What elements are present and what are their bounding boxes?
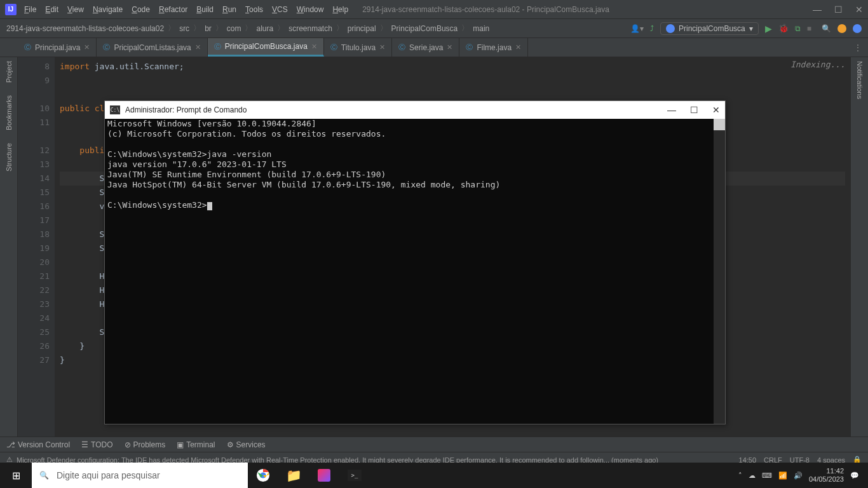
- crumb-1[interactable]: src: [179, 24, 189, 33]
- crumb-6[interactable]: principal: [348, 24, 376, 33]
- menu-window[interactable]: Window: [297, 5, 324, 14]
- ide-updates-icon[interactable]: [837, 24, 846, 33]
- crumb-3[interactable]: com: [227, 24, 241, 33]
- cmd-window[interactable]: C:\ Administrador: Prompt de Comando — ☐…: [104, 100, 726, 424]
- build-icon[interactable]: ⤴: [650, 24, 654, 33]
- crumb-8[interactable]: main: [473, 24, 489, 33]
- left-tool-stripe: ProjectBookmarksStructure: [0, 57, 18, 437]
- tray-onedrive-icon[interactable]: ☁: [749, 471, 756, 480]
- windows-taskbar: ⊞ 🔍 Digite aqui para pesquisar 📁 >_ ˄ ☁ …: [0, 463, 868, 488]
- tab-label: Principal.java: [35, 43, 80, 52]
- explorer-icon[interactable]: 📁: [278, 468, 309, 483]
- tab-serie[interactable]: ⒸSerie.java✕: [392, 38, 459, 57]
- cmd-body[interactable]: Microsoft Windows [versão 10.0.19044.284…: [105, 119, 725, 210]
- breadcrumbs[interactable]: 2914-java-screenmatch-listas-colecoes-au…: [6, 23, 489, 34]
- codewithme-icon[interactable]: [853, 24, 862, 33]
- stop-icon[interactable]: ■: [807, 24, 811, 33]
- taskbar-date: 04/05/2023: [809, 475, 844, 484]
- tool-services[interactable]: ⚙Services: [227, 440, 266, 449]
- menu-file[interactable]: File: [24, 5, 36, 14]
- right-tool-stripe: Notifications: [850, 57, 868, 437]
- minimize-icon[interactable]: —: [813, 4, 822, 15]
- tab-close-icon[interactable]: ✕: [84, 43, 90, 51]
- chrome-icon[interactable]: [248, 468, 278, 482]
- menu-refactor[interactable]: Refactor: [159, 5, 187, 14]
- class-icon: Ⓒ: [214, 42, 221, 51]
- crumb-2[interactable]: br: [205, 24, 212, 33]
- tab-pricipalcomlistas[interactable]: ⒸPricipalComListas.java✕: [97, 38, 207, 57]
- class-icon: Ⓒ: [103, 43, 110, 52]
- window-title: 2914-java-screenmatch-listas-colecoes-au…: [362, 5, 609, 14]
- tool-project[interactable]: Project: [5, 61, 13, 83]
- class-icon: Ⓒ: [24, 43, 31, 52]
- tab-label: PrincipalComBusca.java: [225, 42, 308, 51]
- maximize-icon[interactable]: ☐: [834, 4, 843, 15]
- tab-label: Filme.java: [477, 43, 512, 52]
- tab-close-icon[interactable]: ✕: [379, 43, 385, 51]
- tool-version-control[interactable]: ⎇Version Control: [6, 440, 70, 449]
- tab-close-icon[interactable]: ✕: [447, 43, 452, 51]
- menu-run[interactable]: Run: [222, 5, 236, 14]
- taskbar-search[interactable]: 🔍 Digite aqui para pesquisar: [32, 463, 248, 488]
- user-icon[interactable]: 👤▾: [630, 24, 644, 33]
- taskbar-clock[interactable]: 11:42 04/05/2023: [809, 467, 844, 484]
- cmd-task-icon[interactable]: >_: [339, 470, 370, 481]
- cmd-titlebar[interactable]: C:\ Administrador: Prompt de Comando — ☐…: [105, 101, 725, 119]
- tool-bookmarks[interactable]: Bookmarks: [5, 95, 13, 130]
- tool-structure[interactable]: Structure: [5, 143, 13, 172]
- tab-titulo[interactable]: ⒸTitulo.java✕: [324, 38, 392, 57]
- crumb-7[interactable]: PrincipalComBusca: [391, 24, 458, 33]
- notifications-tool[interactable]: Notifications: [856, 61, 864, 99]
- menu-navigate[interactable]: Navigate: [93, 5, 123, 14]
- cmd-maximize-icon[interactable]: ☐: [690, 105, 698, 115]
- start-button[interactable]: ⊞: [0, 463, 32, 488]
- cmd-scrollbar[interactable]: [714, 119, 725, 424]
- menu-code[interactable]: Code: [132, 5, 150, 14]
- breadcrumb-bar: 2914-java-screenmatch-listas-colecoes-au…: [0, 19, 868, 38]
- tray-notifications-icon[interactable]: 💬: [850, 471, 859, 480]
- coverage-icon[interactable]: ⧉: [795, 24, 801, 33]
- search-placeholder: Digite aqui para pesquisar: [57, 470, 160, 480]
- tool-problems[interactable]: ⊘Problems: [125, 440, 166, 449]
- menu-vcs[interactable]: VCS: [272, 5, 288, 14]
- menu-help[interactable]: Help: [332, 5, 348, 14]
- taskbar-time: 11:42: [809, 467, 844, 475]
- tab-label: Titulo.java: [341, 43, 376, 52]
- crumb-4[interactable]: alura: [256, 24, 273, 33]
- tab-close-icon[interactable]: ✕: [515, 43, 521, 51]
- class-icon: [666, 24, 675, 33]
- search-icon[interactable]: 🔍: [822, 24, 831, 33]
- close-icon[interactable]: ✕: [855, 4, 863, 15]
- run-config-select[interactable]: PrincipalComBusca ▾: [660, 22, 759, 35]
- editor-tabs: ⒸPrincipal.java✕ⒸPricipalComListas.java✕…: [0, 38, 868, 57]
- tab-principal[interactable]: ⒸPrincipal.java✕: [18, 38, 97, 57]
- bottom-tool-bar: ⎇Version Control☰TODO⊘Problems▣Terminal⚙…: [0, 437, 868, 452]
- tabs-overflow-icon[interactable]: ⋮: [848, 38, 868, 57]
- run-config-label: PrincipalComBusca: [679, 24, 745, 33]
- tab-close-icon[interactable]: ✕: [311, 43, 317, 51]
- menu-tools[interactable]: Tools: [245, 5, 263, 14]
- cmd-scroll-thumb[interactable]: [714, 119, 725, 130]
- tab-filme[interactable]: ⒸFilme.java✕: [459, 38, 528, 57]
- intellij-task-icon[interactable]: [309, 469, 339, 482]
- menu-edit[interactable]: Edit: [45, 5, 58, 14]
- menu-build[interactable]: Build: [196, 5, 214, 14]
- cmd-title-text: Administrador: Prompt de Comando: [125, 105, 247, 114]
- crumb-0[interactable]: 2914-java-screenmatch-listas-colecoes-au…: [6, 24, 164, 33]
- tool-terminal[interactable]: ▣Terminal: [177, 440, 215, 449]
- tray-volume-icon[interactable]: 🔊: [794, 471, 803, 480]
- tray-chevron-icon[interactable]: ˄: [738, 471, 742, 480]
- cmd-close-icon[interactable]: ✕: [712, 105, 720, 115]
- cmd-icon: C:\: [110, 105, 120, 114]
- crumb-5[interactable]: screenmatch: [288, 24, 332, 33]
- tray-wifi-icon[interactable]: 📶: [778, 471, 787, 480]
- tab-principalcombusca[interactable]: ⒸPrincipalComBusca.java✕: [208, 38, 324, 57]
- tab-close-icon[interactable]: ✕: [195, 43, 201, 51]
- tray-lang-icon[interactable]: ⌨: [762, 471, 772, 480]
- line-gutter: 89101112131415161718192021222324252627: [18, 57, 55, 437]
- debug-icon[interactable]: 🐞: [778, 24, 789, 33]
- menu-view[interactable]: View: [67, 5, 84, 14]
- cmd-minimize-icon[interactable]: —: [667, 105, 676, 115]
- run-icon[interactable]: ▶: [765, 24, 772, 34]
- tool-todo[interactable]: ☰TODO: [81, 440, 112, 449]
